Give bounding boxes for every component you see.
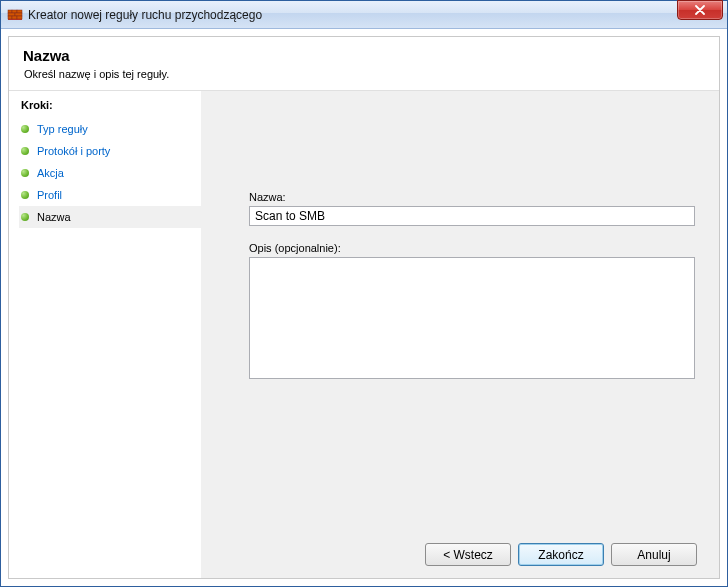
wizard-body: Kroki: Typ reguły Protokół i porty Akcja…: [9, 90, 719, 578]
close-button[interactable]: [677, 0, 723, 20]
cancel-button[interactable]: Anuluj: [611, 543, 697, 566]
wizard-frame: Nazwa Określ nazwę i opis tej reguły. Kr…: [8, 36, 720, 579]
step-label: Nazwa: [37, 211, 71, 223]
page-title: Nazwa: [23, 47, 705, 64]
page-subtitle: Określ nazwę i opis tej reguły.: [23, 68, 705, 80]
bullet-icon: [21, 191, 29, 199]
bullet-icon: [21, 213, 29, 221]
titlebar: Kreator nowej reguły ruchu przychodząceg…: [1, 1, 727, 29]
steps-heading: Kroki:: [19, 99, 201, 111]
svg-rect-4: [8, 13, 15, 16]
window-title: Kreator nowej reguły ruchu przychodząceg…: [28, 8, 677, 22]
step-profile[interactable]: Profil: [19, 184, 201, 206]
name-input[interactable]: [249, 206, 695, 226]
svg-rect-7: [12, 16, 17, 19]
step-label: Typ reguły: [37, 123, 88, 135]
step-protocol-ports[interactable]: Protokół i porty: [19, 140, 201, 162]
description-textarea[interactable]: [249, 257, 695, 379]
wizard-window: Kreator nowej reguły ruchu przychodząceg…: [0, 0, 728, 587]
button-row: < Wstecz Zakończ Anuluj: [425, 543, 697, 566]
bullet-icon: [21, 169, 29, 177]
bullet-icon: [21, 125, 29, 133]
step-label: Akcja: [37, 167, 64, 179]
svg-rect-8: [17, 16, 22, 19]
finish-button[interactable]: Zakończ: [518, 543, 604, 566]
bullet-icon: [21, 147, 29, 155]
close-icon: [694, 5, 706, 15]
back-button[interactable]: < Wstecz: [425, 543, 511, 566]
svg-rect-1: [8, 10, 12, 13]
svg-rect-2: [12, 10, 17, 13]
wizard-header: Nazwa Określ nazwę i opis tej reguły.: [9, 37, 719, 90]
main-panel: Nazwa: Opis (opcjonalnie): < Wstecz Zako…: [201, 91, 719, 578]
svg-rect-3: [17, 10, 22, 13]
step-label: Protokół i porty: [37, 145, 110, 157]
svg-rect-6: [8, 16, 12, 19]
firewall-icon: [7, 7, 23, 23]
steps-sidebar: Kroki: Typ reguły Protokół i porty Akcja…: [9, 91, 201, 578]
description-label: Opis (opcjonalnie):: [249, 242, 695, 254]
step-name[interactable]: Nazwa: [19, 206, 201, 228]
svg-rect-5: [15, 13, 22, 16]
name-label: Nazwa:: [249, 191, 695, 203]
step-action[interactable]: Akcja: [19, 162, 201, 184]
step-rule-type[interactable]: Typ reguły: [19, 118, 201, 140]
step-label: Profil: [37, 189, 62, 201]
